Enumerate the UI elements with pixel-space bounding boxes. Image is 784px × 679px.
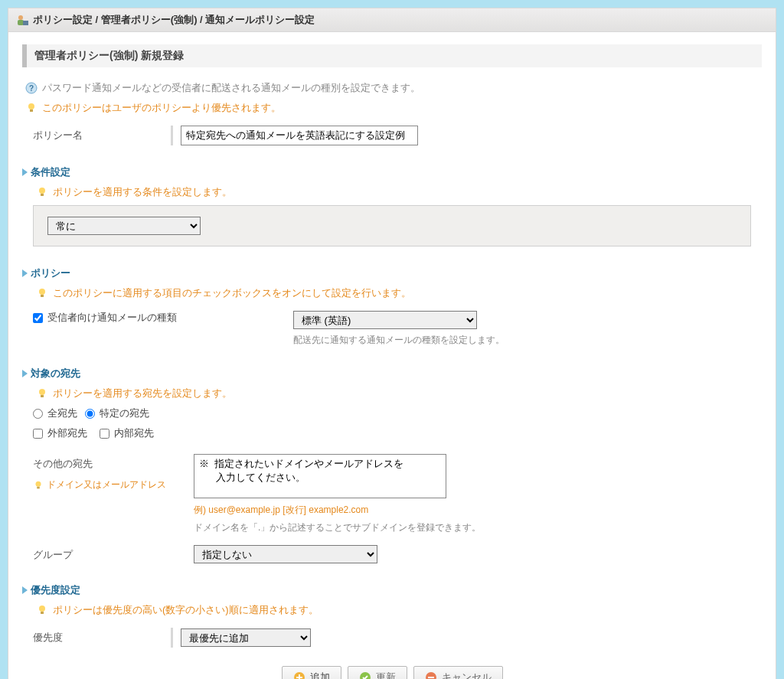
section-policy-title: ポリシー <box>22 266 762 280</box>
lightbulb-icon <box>36 186 48 198</box>
svg-rect-10 <box>41 295 44 297</box>
button-bar: 追加 更新 キャンセル <box>22 666 762 679</box>
example-text: 例) user@example.jp [改行] example2.com <box>194 504 481 517</box>
breadcrumb: ポリシー設定 / 管理者ポリシー(強制) / 通知メールポリシー設定 <box>33 13 315 27</box>
svg-point-0 <box>18 15 23 20</box>
svg-point-13 <box>36 481 41 486</box>
checkbox-internal[interactable] <box>100 429 109 439</box>
target-tip-text: ポリシーを適用する宛先を設定します。 <box>53 387 232 400</box>
recipient-mail-type-checkbox[interactable] <box>33 313 43 323</box>
condition-select[interactable]: 常に <box>47 217 201 235</box>
update-button[interactable]: 更新 <box>348 666 407 679</box>
domain-hint-label: ドメイン又はメールアドレス <box>47 478 166 491</box>
page-content: 管理者ポリシー(強制) 新規登録 ? パスワード通知メールなどの受信者に配送され… <box>8 32 776 679</box>
triangle-icon <box>22 370 28 377</box>
field-divider <box>171 126 173 145</box>
other-recipient-label: その他の宛先 <box>33 457 194 471</box>
condition-tip-text: ポリシーを適用する条件を設定します。 <box>53 185 232 199</box>
svg-rect-6 <box>30 109 33 112</box>
cancel-button[interactable]: キャンセル <box>413 666 503 679</box>
policy-item-row: 受信者向け通知メールの種類 標準 (英語) 配送先に通知する通知メールの種類を設… <box>33 311 762 347</box>
priority-section-tip-row: ポリシーは優先度の高い(数字の小さい)順に適用されます。 <box>33 603 762 617</box>
priority-tip-text: このポリシーはユーザのポリシーより優先されます。 <box>42 101 281 115</box>
target-radio-row: 全宛先 特定の宛先 <box>33 403 762 423</box>
check-circle-icon <box>359 671 371 679</box>
policy-name-row: ポリシー名 <box>33 126 762 145</box>
policy-tip-text: このポリシーに適用する項目のチェックボックスをオンにして設定を行います。 <box>53 286 411 300</box>
lightbulb-icon <box>33 480 44 491</box>
mail-type-desc: 配送先に通知する通知メールの種類を設定します。 <box>293 334 505 347</box>
section-condition-title: 条件設定 <box>22 165 762 179</box>
policy-name-label: ポリシー名 <box>33 126 171 142</box>
priority-row: 優先度 最優先に追加 <box>33 628 762 648</box>
section-target-title: 対象の宛先 <box>22 367 762 380</box>
minus-circle-icon <box>425 671 437 679</box>
page-title: 管理者ポリシー(強制) 新規登録 <box>22 44 762 67</box>
recipient-mail-type-label: 受信者向け通知メールの種類 <box>47 311 177 325</box>
svg-rect-16 <box>41 612 44 614</box>
svg-rect-2 <box>23 21 28 25</box>
triangle-icon <box>22 168 28 176</box>
mail-type-select[interactable]: 標準 (英語) <box>293 311 477 329</box>
triangle-icon <box>22 269 28 277</box>
svg-rect-1 <box>18 20 24 25</box>
checkbox-external[interactable] <box>33 429 43 439</box>
policy-tip-row: このポリシーに適用する項目のチェックボックスをオンにして設定を行います。 <box>33 286 762 300</box>
svg-point-5 <box>28 103 34 109</box>
group-row: グループ 指定しない <box>33 545 762 563</box>
checkbox-external-label: 外部宛先 <box>47 426 87 440</box>
radio-specific-label: 特定の宛先 <box>100 406 149 420</box>
example-desc: ドメイン名を「.」から記述することでサブドメインを登録できます。 <box>194 521 481 534</box>
breadcrumb-bar: ポリシー設定 / 管理者ポリシー(強制) / 通知メールポリシー設定 <box>8 8 776 32</box>
priority-section-tip-text: ポリシーは優先度の高い(数字の小さい)順に適用されます。 <box>53 603 318 617</box>
target-tip-row: ポリシーを適用する宛先を設定します。 <box>33 387 762 400</box>
priority-tip-row: このポリシーはユーザのポリシーより優先されます。 <box>22 101 762 115</box>
info-row: ? パスワード通知メールなどの受信者に配送される通知メールの種別を設定できます。 <box>22 81 762 95</box>
svg-rect-8 <box>41 194 44 196</box>
condition-tip-row: ポリシーを適用する条件を設定します。 <box>33 185 762 199</box>
plus-circle-icon <box>293 671 305 679</box>
section-priority-title: 優先度設定 <box>22 583 762 597</box>
info-text: パスワード通知メールなどの受信者に配送される通知メールの種別を設定できます。 <box>42 81 420 95</box>
radio-all-label: 全宛先 <box>47 406 77 420</box>
radio-specific-recipients[interactable] <box>85 409 95 419</box>
svg-rect-20 <box>428 677 434 678</box>
field-divider <box>171 628 173 648</box>
lightbulb-icon <box>36 387 48 400</box>
priority-label: 優先度 <box>33 628 171 645</box>
triangle-icon <box>22 586 28 594</box>
policy-header-icon <box>16 14 28 26</box>
other-recipient-textarea[interactable] <box>194 454 446 498</box>
svg-text:?: ? <box>29 84 34 93</box>
condition-box: 常に <box>33 205 751 246</box>
page-container: ポリシー設定 / 管理者ポリシー(強制) / 通知メールポリシー設定 管理者ポリ… <box>8 8 776 679</box>
lightbulb-icon <box>36 287 48 299</box>
target-check-row: 外部宛先 内部宛先 <box>33 423 762 443</box>
add-button[interactable]: 追加 <box>282 666 341 679</box>
svg-point-11 <box>39 389 45 395</box>
lightbulb-icon <box>25 102 38 114</box>
svg-point-15 <box>39 606 45 612</box>
radio-all-recipients[interactable] <box>33 409 43 419</box>
checkbox-internal-label: 内部宛先 <box>114 426 154 440</box>
svg-point-9 <box>39 289 45 295</box>
policy-name-input[interactable] <box>181 126 418 145</box>
lightbulb-icon <box>36 604 48 616</box>
svg-point-7 <box>39 188 45 194</box>
group-label: グループ <box>33 545 194 562</box>
other-recipient-row: その他の宛先 ドメイン又はメールアドレス 例) user@example.jp … <box>33 454 762 534</box>
svg-rect-14 <box>37 486 40 488</box>
priority-select[interactable]: 最優先に追加 <box>181 628 311 647</box>
svg-rect-12 <box>41 395 44 397</box>
info-icon: ? <box>25 82 38 94</box>
group-select[interactable]: 指定しない <box>194 545 377 563</box>
